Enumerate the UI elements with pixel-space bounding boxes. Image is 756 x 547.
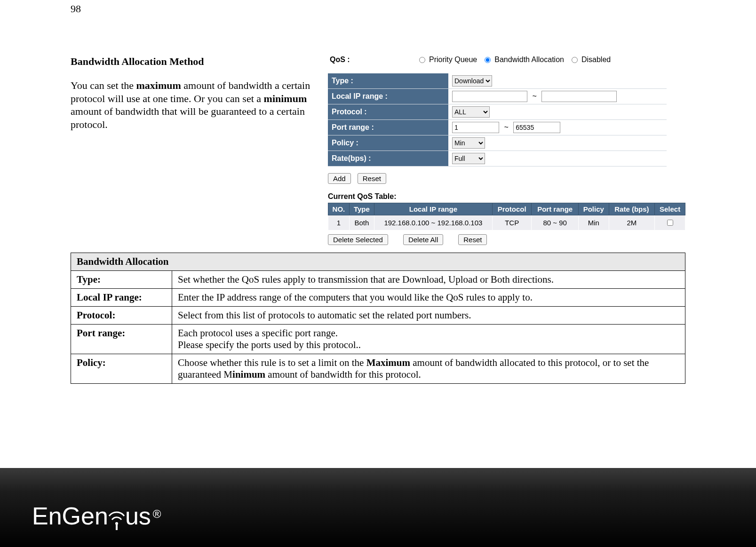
- row-select-checkbox[interactable]: [667, 220, 673, 226]
- rate-select[interactable]: Full: [452, 153, 485, 164]
- rate-label: Rate(bps) :: [328, 151, 448, 166]
- desc-policy-seg-a: Choose whether this rule is to set a lim…: [178, 357, 366, 368]
- th-select: Select: [655, 203, 685, 215]
- cell-policy: Min: [578, 215, 609, 230]
- th-policy: Policy: [578, 203, 609, 215]
- desc-policy-seg-e: amount of bandwidth for this protocol.: [265, 369, 421, 380]
- local-ip-to-input[interactable]: [541, 91, 617, 102]
- cell-select: [655, 215, 685, 230]
- logo-text-part1: EnGen: [32, 502, 108, 530]
- intro-seg-e: amount of bandwidth that will be guarant…: [71, 105, 305, 130]
- qos-form-table: Type : Download Local IP range : ~ Proto…: [328, 73, 667, 166]
- port-range-label: Port range :: [328, 120, 448, 135]
- table-row: 1 Both 192.168.0.100 ~ 192.168.0.103 TCP…: [328, 215, 685, 230]
- engenius-logo: EnGen us ®: [32, 502, 161, 530]
- desc-key-protocol: Protocol:: [71, 307, 172, 325]
- intro-seg-a: You can set the: [71, 79, 136, 91]
- desc-val-port: Each protocol uses a specific port range…: [172, 325, 685, 354]
- port-separator: ~: [504, 123, 508, 131]
- add-button[interactable]: Add: [328, 173, 351, 184]
- cell-rate: 2M: [609, 215, 655, 230]
- reset-button[interactable]: Reset: [358, 173, 386, 184]
- page-number: 98: [71, 3, 685, 15]
- cell-ip: 192.168.0.100 ~ 192.168.0.103: [374, 215, 492, 230]
- footer: EnGen us ®: [0, 468, 756, 547]
- desc-header: Bandwidth Allocation: [71, 253, 685, 271]
- th-ip: Local IP range: [374, 203, 492, 215]
- radio-label-disabled: Disabled: [581, 55, 611, 64]
- desc-port-seg-b: Please specify the ports used by this pr…: [178, 339, 361, 350]
- desc-key-localip: Local IP range:: [71, 289, 172, 307]
- reset-table-button[interactable]: Reset: [458, 234, 487, 245]
- protocol-select[interactable]: ALL: [452, 106, 490, 118]
- cell-no: 1: [328, 215, 350, 230]
- desc-policy-bold-max: Maximum: [366, 357, 410, 368]
- delete-selected-button[interactable]: Delete Selected: [328, 234, 388, 245]
- port-to-input[interactable]: [513, 122, 560, 133]
- current-qos-table: NO. Type Local IP range Protocol Port ra…: [328, 203, 685, 230]
- qos-label: QoS :: [330, 55, 414, 64]
- desc-val-policy: Choose whether this rule is to set a lim…: [172, 354, 685, 384]
- policy-label: Policy :: [328, 135, 448, 151]
- section-heading: Bandwidth Allocation Method: [71, 55, 314, 68]
- radio-label-priority: Priority Queue: [429, 55, 477, 64]
- th-protocol: Protocol: [492, 203, 532, 215]
- logo-text-part2: us: [125, 502, 151, 530]
- desc-key-port: Port range:: [71, 325, 172, 354]
- cell-port: 80 ~ 90: [532, 215, 579, 230]
- desc-key-policy: Policy:: [71, 354, 172, 384]
- cell-type: Both: [349, 215, 374, 230]
- desc-key-type: Type:: [71, 271, 172, 289]
- th-port: Port range: [532, 203, 579, 215]
- desc-val-localip: Enter the IP address range of the comput…: [172, 289, 685, 307]
- desc-val-type: Set whether the QoS rules apply to trans…: [172, 271, 685, 289]
- local-ip-label: Local IP range :: [328, 89, 448, 104]
- th-rate: Rate (bps): [609, 203, 655, 215]
- type-label: Type :: [328, 73, 448, 89]
- radio-disabled[interactable]: [572, 57, 578, 63]
- intro-bold-max: maximum: [136, 79, 181, 91]
- radio-bandwidth-allocation[interactable]: [485, 57, 491, 63]
- th-no: NO.: [328, 203, 350, 215]
- intro-bold-min: minimum: [264, 93, 307, 104]
- radio-label-bandwidth: Bandwidth Allocation: [494, 55, 564, 64]
- type-select[interactable]: Download: [452, 75, 492, 87]
- local-ip-from-input[interactable]: [452, 91, 527, 102]
- delete-all-button[interactable]: Delete All: [403, 234, 443, 245]
- radio-priority-queue[interactable]: [419, 57, 425, 63]
- th-type: Type: [349, 203, 374, 215]
- desc-policy-bold-min: inimum: [232, 369, 265, 380]
- desc-val-protocol: Select from this list of protocols to au…: [172, 307, 685, 325]
- policy-select[interactable]: Min: [452, 137, 485, 149]
- cell-protocol: TCP: [492, 215, 532, 230]
- protocol-label: Protocol :: [328, 104, 448, 120]
- svg-rect-1: [116, 523, 118, 530]
- local-ip-separator: ~: [532, 92, 536, 100]
- registered-trademark: ®: [153, 507, 161, 521]
- qos-config-screenshot: QoS : Priority Queue Bandwidth Allocatio…: [328, 55, 685, 245]
- intro-paragraph: You can set the maximum amount of bandwi…: [71, 79, 314, 131]
- wifi-icon: [107, 504, 126, 528]
- desc-port-seg-a: Each protocol uses a specific port range…: [178, 327, 338, 339]
- port-from-input[interactable]: [452, 122, 499, 133]
- current-qos-title: Current QoS Table:: [328, 192, 685, 201]
- description-table: Bandwidth Allocation Type: Set whether t…: [71, 253, 685, 384]
